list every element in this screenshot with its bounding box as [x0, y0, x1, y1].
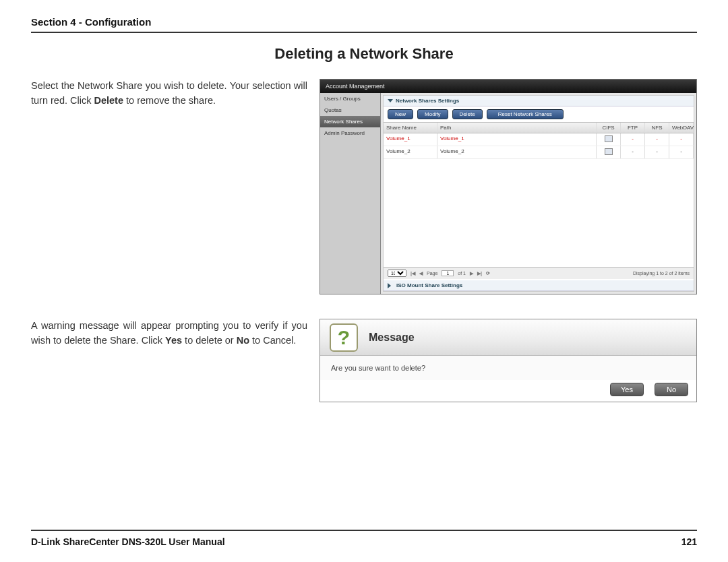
page-input[interactable]: [442, 270, 454, 276]
col-ftp: FTP: [621, 123, 645, 133]
iso-mount-share-settings-panel[interactable]: ISO Mount Share Settings: [384, 280, 694, 291]
iso-panel-title: ISO Mount Share Settings: [396, 282, 462, 288]
dialog-buttons: Yes No: [610, 383, 688, 396]
page-of: of 1: [458, 271, 466, 276]
question-icon: ?: [330, 323, 358, 352]
para2-no: No: [237, 335, 249, 346]
block-1: Select the Network Share you wish to del…: [31, 79, 697, 294]
cell-name: Volume_2: [384, 146, 437, 158]
sidebar: Users / Groups Quotas Network Shares Adm…: [320, 93, 381, 294]
chevron-right-icon: [388, 283, 394, 288]
col-cifs: CIFS: [597, 123, 621, 133]
prev-page-icon[interactable]: ◀: [419, 271, 423, 276]
cell-nfs: -: [645, 146, 669, 158]
table-row[interactable]: Volume_2 Volume_2 - - -: [384, 146, 694, 159]
new-button[interactable]: New: [388, 109, 413, 119]
refresh-icon[interactable]: ⟳: [486, 271, 490, 276]
table-row[interactable]: Volume_1 Volume_1 - - -: [384, 133, 694, 146]
footer-manual-name: D-Link ShareCenter DNS-320L User Manual: [31, 536, 225, 547]
para1-post: to remove the share.: [123, 95, 216, 106]
cell-ftp: -: [621, 133, 645, 146]
sidebar-item-admin-password[interactable]: Admin Password: [320, 127, 380, 139]
delete-button[interactable]: Delete: [452, 109, 483, 119]
block-2: A warning message will appear prompting …: [31, 319, 697, 402]
modify-button[interactable]: Modify: [417, 109, 448, 119]
para2-c: to delete or: [182, 335, 237, 346]
cifs-icon: [605, 148, 613, 155]
para2-d: to Cancel.: [249, 335, 296, 346]
cell-webdav: -: [669, 133, 694, 146]
grid-body: Volume_1 Volume_1 - - - Volume_2 Volume_…: [384, 133, 694, 267]
next-page-icon[interactable]: ▶: [470, 271, 473, 276]
pager-summary: Displaying 1 to 2 of 2 items: [633, 271, 690, 276]
yes-button[interactable]: Yes: [610, 383, 644, 396]
page-label: Page: [427, 271, 437, 276]
reset-network-shares-button[interactable]: Reset Network Shares: [487, 109, 564, 119]
col-nfs: NFS: [645, 123, 669, 133]
col-path: Path: [437, 123, 597, 133]
cell-ftp: -: [621, 146, 645, 158]
account-management-bar: Account Management: [320, 80, 696, 93]
toolbar: New Modify Delete Reset Network Shares: [384, 106, 694, 122]
page-title: Deleting a Network Share: [31, 45, 697, 63]
sidebar-item-network-shares[interactable]: Network Shares: [320, 116, 380, 127]
cell-path: Volume_1: [437, 133, 597, 146]
first-page-icon[interactable]: |◀: [411, 271, 415, 276]
cell-cifs: [597, 146, 621, 158]
per-page-select[interactable]: 10: [388, 270, 406, 277]
chevron-down-icon: [388, 99, 393, 102]
cell-cifs: [597, 133, 621, 146]
no-button[interactable]: No: [655, 383, 688, 396]
last-page-icon[interactable]: ▶|: [477, 271, 482, 276]
dialog-message: Are you sure want to delete?: [320, 356, 696, 380]
cell-path: Volume_2: [437, 146, 597, 158]
dialog-header: ? Message: [320, 319, 696, 356]
col-share-name: Share Name: [384, 123, 437, 133]
para2-yes: Yes: [165, 335, 182, 346]
grid-header: Share Name Path CIFS FTP NFS WebDAV: [384, 122, 694, 133]
panel-title: Network Shares Settings: [396, 98, 459, 104]
sidebar-item-quotas[interactable]: Quotas: [320, 104, 380, 116]
instruction-2: A warning message will appear prompting …: [31, 319, 307, 402]
cell-webdav: -: [669, 146, 694, 158]
instruction-1: Select the Network Share you wish to del…: [31, 79, 307, 294]
page-footer: D-Link ShareCenter DNS-320L User Manual …: [31, 530, 697, 547]
col-webdav: WebDAV: [669, 123, 694, 133]
cell-name: Volume_1: [384, 133, 437, 146]
section-header: Section 4 - Configuration: [31, 16, 697, 33]
delete-confirm-dialog: ? Message Are you sure want to delete? Y…: [320, 319, 697, 402]
cell-nfs: -: [645, 133, 669, 146]
sidebar-item-users-groups[interactable]: Users / Groups: [320, 93, 380, 104]
footer-page-number: 121: [681, 536, 697, 547]
para1-bold: Delete: [94, 95, 123, 106]
network-shares-screenshot: Account Management Users / Groups Quotas…: [320, 79, 697, 294]
grid-footer: 10 |◀ ◀ Page of 1 ▶ ▶| ⟳ Displaying 1 to…: [384, 267, 694, 279]
dialog-title: Message: [369, 332, 415, 344]
network-shares-settings-panel[interactable]: Network Shares Settings: [384, 96, 694, 106]
cifs-icon: [605, 135, 613, 142]
